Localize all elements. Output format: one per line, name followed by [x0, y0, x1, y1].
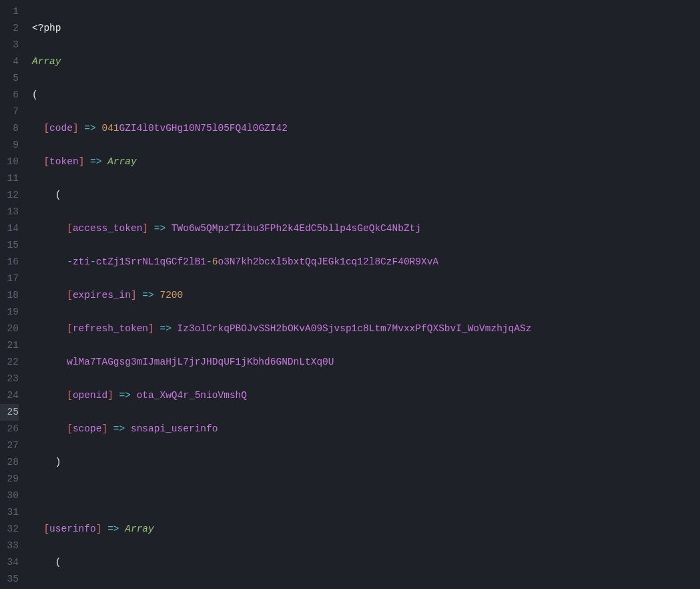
line-number: 9: [0, 137, 19, 154]
line-number: 16: [0, 254, 19, 270]
line-number: 4: [0, 53, 19, 70]
arrow: =>: [154, 323, 178, 334]
line-number: 25: [0, 404, 19, 421]
value-num: 041: [101, 123, 119, 134]
key: access_token: [73, 223, 142, 234]
code-editor: 1234567891011121314151617181920212223242…: [0, 0, 700, 589]
key: token: [49, 156, 79, 167]
key: refresh_token: [73, 323, 148, 334]
value: o3N7kh2bcxl5bxtQqJEGk1cq12l8CzF40R9XvA: [218, 256, 438, 267]
code-line: [scope] => snsapi_userinfo: [32, 421, 700, 437]
bracket: [: [43, 156, 49, 167]
arrow: =>: [101, 524, 125, 534]
line-number: 11: [0, 170, 19, 187]
arrow: =>: [113, 390, 137, 401]
line-number: 24: [0, 387, 19, 404]
key: expires_in: [73, 290, 131, 301]
line-number: 18: [0, 287, 19, 304]
value: Iz3olCrkqPBOJvSSH2bOKvA09Sjvsp1c8Ltm7Mvx…: [178, 323, 532, 334]
line-number: 33: [0, 538, 19, 554]
value: 7200: [159, 290, 183, 301]
key: code: [49, 123, 73, 134]
line-number: 21: [0, 337, 19, 354]
php-open-tag: <?php: [32, 23, 61, 33]
key: openid: [73, 390, 107, 401]
value: ctZj1SrrNL1qGCf2lB1: [96, 256, 206, 267]
line-number: 12: [0, 187, 19, 204]
paren: ): [55, 457, 61, 467]
arrow: =>: [84, 156, 107, 167]
bracket: [: [67, 390, 73, 401]
line-number: 8: [0, 120, 19, 137]
line-number: 5: [0, 70, 19, 87]
line-number: 22: [0, 354, 19, 371]
line-number: 2: [0, 20, 19, 37]
bracket: ]: [73, 123, 79, 134]
code-line: [refresh_token] => Iz3olCrkqPBOJvSSH2bOK…: [32, 321, 700, 337]
paren: (: [55, 557, 61, 568]
line-number: 3: [0, 37, 19, 53]
bracket: ]: [142, 223, 148, 234]
bracket: ]: [131, 290, 137, 301]
dash: -: [206, 256, 212, 267]
line-number: 7: [0, 104, 19, 120]
bracket: ]: [107, 390, 113, 401]
code-line: (: [32, 554, 700, 571]
bracket: [: [43, 123, 49, 134]
line-number: 1: [0, 3, 19, 20]
arrow: =>: [137, 290, 160, 301]
line-number: 27: [0, 437, 19, 454]
line-number: 6: [0, 87, 19, 104]
code-line: [token] => Array: [32, 154, 700, 170]
code-line: [openid] => ota_XwQ4r_5nioVmshQ: [32, 387, 700, 404]
dash: -: [67, 256, 73, 267]
arrow: =>: [148, 223, 171, 234]
arrow: =>: [79, 123, 102, 134]
value: snsapi_userinfo: [131, 423, 218, 434]
code-line: [32, 487, 700, 504]
code-line: Array: [32, 53, 700, 70]
code-line: [code] => 041GZI4l0tvGHg10N75l05FQ4l0GZI…: [32, 120, 700, 137]
line-number: 34: [0, 554, 19, 571]
line-number: 15: [0, 237, 19, 254]
line-number: 35: [0, 571, 19, 588]
line-number: 10: [0, 154, 19, 170]
key: userinfo: [49, 524, 96, 534]
array-keyword: Array: [125, 524, 154, 534]
bracket: ]: [101, 423, 107, 434]
array-keyword: Array: [32, 56, 61, 67]
line-number: 20: [0, 321, 19, 337]
bracket: [: [67, 223, 73, 234]
line-number: 28: [0, 454, 19, 471]
bracket: [: [67, 323, 73, 334]
code-area[interactable]: <?php Array ( [code] => 041GZI4l0tvGHg10…: [27, 0, 700, 589]
paren: (: [32, 89, 38, 100]
line-number: 29: [0, 471, 19, 487]
line-number: 14: [0, 220, 19, 237]
dash: -: [90, 256, 96, 267]
line-number: 23: [0, 371, 19, 387]
arrow: =>: [107, 423, 131, 434]
code-line: [expires_in] => 7200: [32, 287, 700, 304]
code-line: [userinfo] => Array: [32, 521, 700, 538]
value: zti: [73, 256, 90, 267]
paren: (: [55, 190, 61, 200]
code-line: ): [32, 454, 700, 471]
code-line: -zti-ctZj1SrrNL1qGCf2lB1-6o3N7kh2bcxl5bx…: [32, 254, 700, 270]
bracket: ]: [148, 323, 154, 334]
value: wlMa7TAGgsg3mIJmaHjL7jrJHDqUF1jKbhd6GNDn…: [67, 357, 334, 367]
line-number: 26: [0, 421, 19, 437]
key: scope: [73, 423, 102, 434]
code-line: wlMa7TAGgsg3mIJmaHjL7jrJHDqUF1jKbhd6GNDn…: [32, 354, 700, 371]
line-number: 32: [0, 521, 19, 538]
code-line: <?php: [32, 20, 700, 37]
line-number: 30: [0, 487, 19, 504]
line-number: 17: [0, 270, 19, 287]
code-line: (: [32, 187, 700, 204]
line-number: 19: [0, 304, 19, 321]
line-number-gutter: 1234567891011121314151617181920212223242…: [0, 0, 27, 589]
array-keyword: Array: [107, 156, 137, 167]
bracket: [: [43, 524, 49, 534]
line-number: 13: [0, 204, 19, 220]
value: TWo6w5QMpzTZibu3FPh2k4EdC5bllp4sGeQkC4Nb…: [171, 223, 421, 234]
